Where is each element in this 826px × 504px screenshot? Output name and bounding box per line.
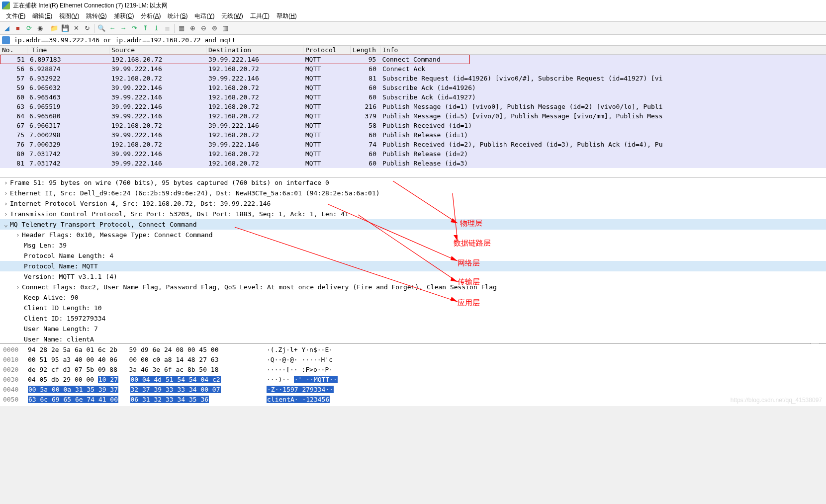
reload-icon[interactable]: ↻ <box>82 23 92 33</box>
packet-row[interactable]: 646.96568039.99.222.146192.168.20.72MQTT… <box>0 111 826 121</box>
chevron-right-icon[interactable]: › <box>2 198 10 209</box>
tree-mqtt-field[interactable]: Client ID: 1597279334 <box>0 313 826 324</box>
menu-item[interactable]: 帮助(H) <box>274 11 300 21</box>
zoom-reset-icon[interactable]: ⊜ <box>209 23 219 33</box>
tree-frame[interactable]: ›Frame 51: 95 bytes on wire (760 bits), … <box>0 177 826 188</box>
packet-row[interactable]: 576.932922192.168.20.7239.99.222.146MQTT… <box>0 74 826 83</box>
save-icon[interactable]: 💾 <box>60 23 70 33</box>
chevron-right-icon[interactable]: › <box>14 282 22 292</box>
filter-icon[interactable] <box>2 36 10 44</box>
hex-row[interactable]: 004000 5a 00 0a 31 35 39 37 32 37 39 33 … <box>3 385 823 395</box>
menu-item[interactable]: 分析(A) <box>138 11 164 21</box>
app-icon <box>2 1 10 9</box>
titlebar: 正在捕获 Intel(R) Ethernet Connection (7) I2… <box>0 0 826 11</box>
packet-row[interactable]: 817.03174239.99.222.146192.168.20.72MQTT… <box>0 159 826 168</box>
col-header-length[interactable]: Length <box>351 46 380 54</box>
tree-mqtt-field[interactable]: Client ID Length: 10 <box>0 303 826 313</box>
tree-mqtt-field[interactable]: User Name: clientA <box>0 334 826 344</box>
zoom-in-icon[interactable]: ⊕ <box>187 23 197 33</box>
chevron-right-icon[interactable]: › <box>2 209 10 219</box>
packet-row[interactable]: 566.92887439.99.222.146192.168.20.72MQTT… <box>0 64 826 74</box>
filter-bar <box>0 35 826 46</box>
find-packet-icon[interactable]: 🔍 <box>96 23 106 33</box>
tree-mqtt-field[interactable]: Version: MQTT v3.1.1 (4) <box>0 271 826 282</box>
col-header-time[interactable]: Time <box>27 46 109 54</box>
col-header-destination[interactable]: Destination <box>206 46 303 54</box>
menu-item[interactable]: 无线(W) <box>218 11 246 21</box>
display-filter-input[interactable] <box>12 35 824 45</box>
chevron-right-icon[interactable]: › <box>2 188 10 198</box>
tree-mqtt-field[interactable]: User Name Length: 7 <box>0 324 826 334</box>
tree-ethernet[interactable]: ›Ethernet II, Src: Dell_d9:6e:24 (6c:2b:… <box>0 188 826 198</box>
menu-item[interactable]: 编辑(E) <box>29 11 55 21</box>
tree-mqtt[interactable]: ⌄MQ Telemetry Transport Protocol, Connec… <box>0 219 826 230</box>
packet-row[interactable]: 636.96551939.99.222.146192.168.20.72MQTT… <box>0 102 826 111</box>
tree-tcp[interactable]: ›Transmission Control Protocol, Src Port… <box>0 209 826 219</box>
menu-item[interactable]: 捕获(C) <box>111 11 137 21</box>
hex-row[interactable]: 000094 28 2e 5a 6a 01 6c 2b 59 d9 6e 24 … <box>3 345 823 355</box>
zoom-out-icon[interactable]: ⊖ <box>198 23 208 33</box>
menu-item[interactable]: 电话(Y) <box>191 11 217 21</box>
menubar: 文件(F)编辑(E)视图(V)跳转(G)捕获(C)分析(A)统计(S)电话(Y)… <box>0 11 826 22</box>
chevron-right-icon[interactable]: › <box>2 177 10 188</box>
capture-options-icon[interactable]: ◉ <box>35 23 45 33</box>
packet-list-header: No. Time Source Destination Protocol Len… <box>0 46 826 55</box>
tree-mqtt-field[interactable]: Protocol Name: MQTT <box>0 261 826 271</box>
hex-row[interactable]: 005063 6c 69 65 6e 74 41 00 06 31 32 33 … <box>3 395 823 405</box>
tree-mqtt-field[interactable]: ›Connect Flags: 0xc2, User Name Flag, Pa… <box>0 282 826 292</box>
restart-capture-icon[interactable]: ⟳ <box>24 23 34 33</box>
menu-item[interactable]: 统计(S) <box>165 11 190 21</box>
menu-item[interactable]: 文件(F) <box>3 11 28 21</box>
tree-mqtt-field[interactable]: Keep Alive: 90 <box>0 292 826 303</box>
tree-ip[interactable]: ›Internet Protocol Version 4, Src: 192.1… <box>0 198 826 209</box>
tree-mqtt-field[interactable]: ›Header Flags: 0x10, Message Type: Conne… <box>0 230 826 240</box>
jump-icon[interactable]: ↷ <box>129 23 139 33</box>
close-icon[interactable]: ✕ <box>71 23 81 33</box>
hex-row[interactable]: 0020de 92 cf d3 07 5b 09 88 3a 46 3e 6f … <box>3 365 823 375</box>
packet-row[interactable]: 807.03174239.99.222.146192.168.20.72MQTT… <box>0 149 826 159</box>
next-icon[interactable]: → <box>118 23 128 33</box>
packet-row[interactable]: 757.00029839.99.222.146192.168.20.72MQTT… <box>0 130 826 140</box>
packet-row[interactable]: 676.966317192.168.20.7239.99.222.146MQTT… <box>0 121 826 130</box>
col-header-no[interactable]: No. <box>0 46 27 54</box>
hex-row[interactable]: 003004 05 db 29 00 00 10 27 00 04 4d 51 … <box>3 375 823 385</box>
start-capture-icon[interactable]: ◢ <box>2 23 12 33</box>
watermark: https://blog.csdn.net/qq_41538097 <box>731 395 822 405</box>
window-title: 正在捕获 Intel(R) Ethernet Connection (7) I2… <box>13 1 168 10</box>
go-first-icon[interactable]: ⤒ <box>140 23 150 33</box>
stop-capture-icon[interactable]: ■ <box>13 23 23 33</box>
col-header-protocol[interactable]: Protocol <box>303 46 351 54</box>
chevron-right-icon[interactable]: › <box>14 230 22 240</box>
packet-row[interactable]: 516.897183192.168.20.7239.99.222.146MQTT… <box>0 55 826 64</box>
col-header-info[interactable]: Info <box>380 46 826 54</box>
open-file-icon[interactable]: 📁 <box>49 23 59 33</box>
menu-item[interactable]: 视图(V) <box>56 11 82 21</box>
toolbar: ◢ ■ ⟳ ◉ 📁 💾 ✕ ↻ 🔍 ← → ↷ ⤒ ⤓ ≣ ▦ ⊕ ⊖ ⊜ ▥ <box>0 22 826 35</box>
packet-details-pane[interactable]: ›Frame 51: 95 bytes on wire (760 bits), … <box>0 177 826 344</box>
tree-mqtt-field[interactable]: Msg Len: 39 <box>0 240 826 251</box>
tree-mqtt-field[interactable]: Protocol Name Length: 4 <box>0 251 826 261</box>
packet-list-pane[interactable]: No. Time Source Destination Protocol Len… <box>0 46 826 177</box>
prev-icon[interactable]: ← <box>107 23 117 33</box>
packet-row[interactable]: 606.96546339.99.222.146192.168.20.72MQTT… <box>0 92 826 102</box>
hex-dump-pane[interactable]: 000094 28 2e 5a 6a 01 6c 2b 59 d9 6e 24 … <box>0 344 826 406</box>
col-header-source[interactable]: Source <box>109 46 206 54</box>
hex-row[interactable]: 001000 51 95 a3 40 00 40 06 00 00 c0 a8 … <box>3 355 823 365</box>
chevron-down-icon[interactable]: ⌄ <box>2 219 10 230</box>
resize-columns-icon[interactable]: ▥ <box>220 23 230 33</box>
colorize-icon[interactable]: ▦ <box>177 23 186 33</box>
go-last-icon[interactable]: ⤓ <box>151 23 161 33</box>
packet-row[interactable]: 596.96503239.99.222.146192.168.20.72MQTT… <box>0 83 826 92</box>
menu-item[interactable]: 跳转(G) <box>83 11 109 21</box>
menu-item[interactable]: 工具(T) <box>247 11 273 21</box>
packet-row[interactable]: 767.000329192.168.20.7239.99.222.146MQTT… <box>0 140 826 149</box>
auto-scroll-icon[interactable]: ≣ <box>162 23 172 33</box>
